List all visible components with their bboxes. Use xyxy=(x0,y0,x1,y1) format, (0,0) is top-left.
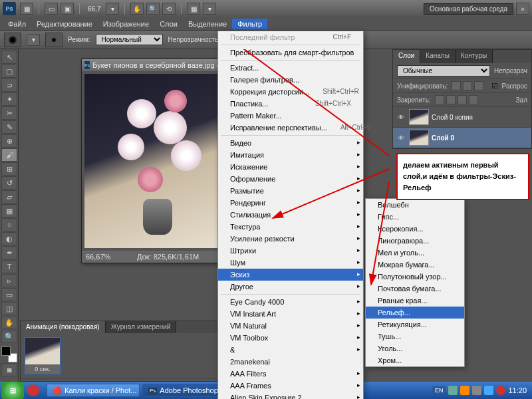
menu-item[interactable]: VM Natural▸ xyxy=(218,320,363,332)
shape-tool[interactable]: ▭ xyxy=(1,288,17,301)
menu-item[interactable]: Пластика...Shift+Ctrl+X xyxy=(218,98,363,110)
menu-фильтр[interactable]: Фильтр xyxy=(232,19,267,29)
unify-vis-icon[interactable] xyxy=(463,81,472,90)
zoom-tool-icon[interactable]: 🔍 xyxy=(146,3,160,15)
submenu-item[interactable]: Уголь... xyxy=(366,342,464,354)
stamp-tool[interactable]: ⊞ xyxy=(1,162,17,176)
submenu-item[interactable]: Мел и уголь... xyxy=(366,247,464,259)
gradient-tool[interactable]: ▦ xyxy=(1,204,17,217)
menu-слои[interactable]: Слои xyxy=(154,19,183,29)
avira-icon[interactable] xyxy=(496,386,505,395)
eraser-tool[interactable]: ▱ xyxy=(1,190,17,203)
menu-файл[interactable]: Файл xyxy=(3,19,31,29)
menu-item[interactable]: Стилизация▸ xyxy=(218,209,363,221)
submenu-item[interactable]: Рваные края... xyxy=(366,295,464,307)
wand-tool[interactable]: ✦ xyxy=(1,92,17,106)
submenu-item[interactable]: Почтовая бумага... xyxy=(366,283,464,295)
blend-mode-select[interactable]: Нормальный xyxy=(96,34,163,45)
submenu-item[interactable]: Ксерокопия... xyxy=(366,223,464,235)
brush-tool[interactable]: 🖌 xyxy=(1,148,17,162)
path-tool[interactable]: ▹ xyxy=(1,274,17,287)
brush-dropdown-icon[interactable]: ▾ xyxy=(27,34,40,46)
quickmask-tool[interactable]: ◙ xyxy=(1,363,17,376)
submenu-item[interactable]: Ретикуляция... xyxy=(366,319,464,331)
menu-item[interactable]: Видео▸ xyxy=(218,137,363,149)
tray-icon[interactable] xyxy=(448,386,458,395)
zoom-dropdown-icon[interactable]: ▾ xyxy=(106,3,119,15)
zoom-level[interactable]: 66,7 xyxy=(85,5,103,13)
tab-layers[interactable]: Слои xyxy=(393,50,420,63)
layer-row[interactable]: 👁Слой 0 копия xyxy=(393,107,531,128)
tab-measurement[interactable]: Журнал измерений xyxy=(106,321,177,333)
menu-item[interactable]: VM Instant Art▸ xyxy=(218,308,363,320)
arrange-icon[interactable]: ▦ xyxy=(187,3,200,15)
opera-icon[interactable] xyxy=(27,384,39,396)
menu-item[interactable]: Оформление▸ xyxy=(218,173,363,185)
document-title-bar[interactable]: Ps Букет пионов в серебряной вазе.jpg @ … xyxy=(82,59,233,71)
visibility-icon[interactable]: 👁 xyxy=(396,133,406,142)
menu-item[interactable]: 2manekenai xyxy=(218,356,363,368)
start-button[interactable]: ⊞ xyxy=(1,382,24,399)
submenu-item[interactable]: Гипс... xyxy=(366,211,464,223)
menu-редактирование[interactable]: Редактирование xyxy=(31,19,98,29)
menu-item[interactable]: Эскиз▸ xyxy=(218,269,363,281)
lock-trans-icon[interactable] xyxy=(435,95,444,104)
bridge-icon[interactable]: ▦ xyxy=(20,3,33,15)
healing-tool[interactable]: ⊕ xyxy=(1,134,17,148)
animation-frame[interactable]: 0 сек. xyxy=(25,337,61,374)
unify-pos-icon[interactable] xyxy=(452,81,461,90)
menu-item[interactable]: Pattern Maker... xyxy=(218,110,363,122)
extras-icon[interactable]: ▾ xyxy=(203,3,216,15)
menu-выделение[interactable]: Выделение xyxy=(183,19,232,29)
zoom-tool[interactable]: 🔍 xyxy=(1,330,17,343)
menu-item[interactable]: Alien Skin Exposure 2▸ xyxy=(218,392,363,399)
menu-изображение[interactable]: Изображение xyxy=(98,19,154,29)
frame-duration[interactable]: 0 сек. xyxy=(25,364,60,374)
layer-row[interactable]: 👁Слой 0 xyxy=(393,128,531,148)
menu-item[interactable]: Искажение▸ xyxy=(218,161,363,173)
crop-tool[interactable]: ✂ xyxy=(1,106,17,120)
brush-preset[interactable] xyxy=(45,33,63,47)
tab-paths[interactable]: Контуры xyxy=(456,50,493,63)
tray-icon[interactable] xyxy=(484,386,493,395)
menu-item[interactable]: Eye Candy 4000▸ xyxy=(218,296,363,308)
submenu-item[interactable]: Рельеф... xyxy=(366,307,464,319)
menu-item[interactable]: Галерея фильтров... xyxy=(218,74,363,86)
submenu-item[interactable]: Тушь... xyxy=(366,331,464,342)
taskbar-item[interactable]: 🔴Капли краски / Phot... xyxy=(47,384,140,397)
unify-style-icon[interactable] xyxy=(474,81,483,90)
menu-item[interactable]: Рендеринг▸ xyxy=(218,197,363,209)
lock-all-icon[interactable] xyxy=(469,95,478,104)
menu-item[interactable]: Extract... xyxy=(218,62,363,74)
clock[interactable]: 11:20 xyxy=(508,386,527,394)
submenu-item[interactable]: Мокрая бумага... xyxy=(366,259,464,271)
screen-mode-icon[interactable]: ▣ xyxy=(61,3,74,15)
brush-preview[interactable] xyxy=(4,33,21,47)
rotate-view-icon[interactable]: ⟲ xyxy=(162,3,176,15)
pen-tool[interactable]: ✒ xyxy=(1,246,17,259)
menu-item[interactable]: Исправление перспективы...Alt+Ctrl+V xyxy=(218,122,363,134)
menu-item[interactable]: Другое▸ xyxy=(218,281,363,293)
lock-pos-icon[interactable] xyxy=(458,95,467,104)
menu-item[interactable]: Имитация▸ xyxy=(218,149,363,161)
lasso-tool[interactable]: ⊃ xyxy=(1,78,17,92)
eyedropper-tool[interactable]: ✎ xyxy=(1,120,17,134)
3d-tool[interactable]: ◫ xyxy=(1,302,17,315)
menu-item[interactable]: Штрихи▸ xyxy=(218,245,363,257)
menu-item[interactable]: AAA Frames▸ xyxy=(218,380,363,392)
move-tool[interactable]: ↖ xyxy=(1,51,17,64)
blur-tool[interactable]: ○ xyxy=(1,218,17,231)
layer-thumbnail[interactable] xyxy=(409,109,429,125)
menu-item[interactable]: &▸ xyxy=(218,344,363,356)
menu-item[interactable]: Преобразовать для смарт-фильтров xyxy=(218,47,363,59)
submenu-item[interactable]: Волшебн xyxy=(366,199,464,211)
menu-item[interactable]: Шум▸ xyxy=(218,257,363,269)
workspace-selector[interactable]: Основная рабочая среда xyxy=(424,3,513,15)
menu-item[interactable]: AAA Filters▸ xyxy=(218,368,363,380)
menu-item[interactable]: Коррекция дисторсии...Shift+Ctrl+R xyxy=(218,86,363,98)
marquee-tool[interactable]: ▢ xyxy=(1,65,17,78)
menu-item-last-filter[interactable]: Последний фильтрCtrl+F xyxy=(218,31,363,43)
submenu-item[interactable]: Полутоновый узор... xyxy=(366,271,464,283)
lock-pixels-icon[interactable] xyxy=(446,95,456,104)
hand-tool-icon[interactable]: ✋ xyxy=(130,3,144,15)
